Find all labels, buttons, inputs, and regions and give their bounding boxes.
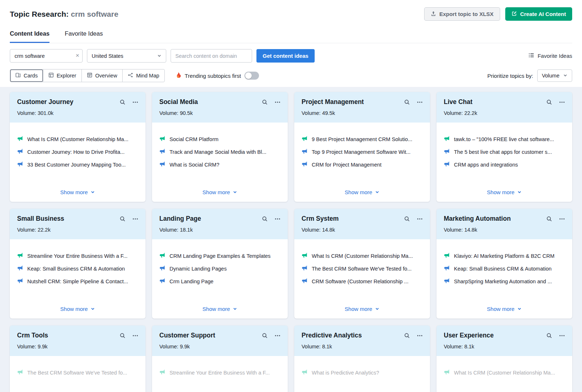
- idea-item[interactable]: CRM Software (Customer Relationship ...: [302, 278, 423, 285]
- idea-item[interactable]: SharpSpring Marketing Automation and ...: [444, 278, 565, 285]
- more-options-icon[interactable]: [417, 216, 423, 222]
- show-more-label: Show more: [487, 189, 515, 195]
- get-content-ideas-button[interactable]: Get content ideas: [256, 49, 315, 63]
- megaphone-icon: [17, 136, 23, 143]
- more-options-icon[interactable]: [132, 333, 138, 339]
- idea-item[interactable]: Streamline Your Entire Business With a F…: [17, 252, 138, 259]
- topic-card: Small Business Volume: 22.2k Streamline …: [10, 209, 146, 319]
- explorer-view-label: Explorer: [57, 73, 76, 79]
- favorite-ideas-link[interactable]: Favorite Ideas: [529, 52, 572, 59]
- idea-item[interactable]: 33 Best Customer Journey Mapping Too...: [17, 161, 138, 168]
- search-topic-icon[interactable]: [262, 99, 268, 105]
- topic-search-input[interactable]: [10, 49, 83, 63]
- chevron-down-icon: [375, 306, 379, 312]
- topic-card: Customer Support Volume: 9.9k Streamline…: [152, 325, 288, 392]
- view-mind-map[interactable]: Mind Map: [122, 69, 164, 82]
- show-more-link[interactable]: Show more: [444, 297, 565, 312]
- idea-item[interactable]: The 5 best live chat apps for customer s…: [444, 148, 565, 155]
- idea-item[interactable]: CRM apps and integrations: [444, 161, 565, 168]
- megaphone-icon: [302, 136, 307, 143]
- more-options-icon[interactable]: [132, 216, 138, 222]
- idea-item[interactable]: Streamline Your Entire Business With a F…: [159, 369, 280, 376]
- idea-item[interactable]: What Is CRM (Customer Relationship Ma...: [302, 252, 423, 259]
- clear-search-icon[interactable]: ×: [76, 52, 79, 59]
- search-topic-icon[interactable]: [546, 99, 552, 105]
- tab-content-ideas[interactable]: Content Ideas: [10, 30, 49, 43]
- search-topic-icon[interactable]: [120, 99, 125, 105]
- domain-search-input[interactable]: [171, 49, 252, 63]
- topic-volume: Volume: 8.1k: [444, 344, 565, 349]
- search-topic-icon[interactable]: [120, 333, 125, 339]
- search-topic-icon[interactable]: [262, 216, 268, 222]
- more-options-icon[interactable]: [559, 216, 565, 222]
- more-options-icon[interactable]: [417, 99, 423, 105]
- more-options-icon[interactable]: [132, 99, 138, 105]
- idea-item[interactable]: Social CRM Platform: [159, 136, 280, 143]
- idea-item[interactable]: Track and Manage Social Media with Bl...: [159, 148, 280, 155]
- idea-text: Top 9 Project Management Software Wit...: [312, 149, 411, 155]
- explorer-view-icon: [48, 72, 54, 79]
- idea-item[interactable]: Keap: Small Business CRM & Automation: [444, 265, 565, 272]
- search-topic-icon[interactable]: [120, 216, 125, 222]
- idea-list: Streamline Your Entire Business With a F…: [159, 369, 280, 376]
- idea-item[interactable]: CRM Landing Page Examples & Templates: [159, 252, 280, 259]
- show-more-link[interactable]: Show more: [444, 180, 565, 195]
- idea-item[interactable]: What is Social CRM?: [159, 161, 280, 168]
- more-options-icon[interactable]: [559, 333, 565, 339]
- more-options-icon[interactable]: [275, 216, 280, 222]
- idea-item[interactable]: The Best CRM Software We've Tested fo...: [302, 265, 423, 272]
- show-more-link[interactable]: Show more: [159, 180, 280, 195]
- topic-card-header: Project Management Volume: 49.5k: [294, 92, 430, 123]
- idea-item[interactable]: Dynamic Landing Pages: [159, 265, 280, 272]
- country-select[interactable]: United States: [87, 49, 166, 63]
- show-more-link[interactable]: Show more: [302, 180, 423, 195]
- more-options-icon[interactable]: [559, 99, 565, 105]
- show-more-link[interactable]: Show more: [302, 297, 423, 312]
- tab-favorite-ideas[interactable]: Favorite Ideas: [65, 30, 103, 43]
- show-more-link[interactable]: Show more: [17, 180, 138, 195]
- search-topic-icon[interactable]: [404, 333, 410, 339]
- view-cards[interactable]: Cards: [10, 69, 43, 82]
- chevron-down-icon: [517, 189, 522, 195]
- idea-item[interactable]: The Best CRM Software We've Tested fo...: [17, 369, 138, 376]
- idea-item[interactable]: Keap: Small Business CRM & Automation: [17, 265, 138, 272]
- more-options-icon[interactable]: [275, 99, 280, 105]
- topic-title: Crm Tools: [17, 332, 48, 339]
- idea-item[interactable]: 9 Best Project Management CRM Solutio...: [302, 136, 423, 143]
- more-options-icon[interactable]: [417, 333, 423, 339]
- toggle-knob: [245, 72, 252, 79]
- export-xlsx-button[interactable]: Export topic to XLSX: [424, 7, 500, 21]
- idea-item[interactable]: What Is CRM (Customer Relationship Ma...: [444, 369, 565, 376]
- idea-item[interactable]: Customer Journey: How to Drive Profita..…: [17, 148, 138, 155]
- idea-item[interactable]: Crm Landing Page: [159, 278, 280, 285]
- search-topic-icon[interactable]: [404, 216, 410, 222]
- view-overview[interactable]: Overview: [81, 69, 122, 82]
- search-topic-icon[interactable]: [262, 333, 268, 339]
- idea-item[interactable]: What is Predictive Analytics?: [302, 369, 423, 376]
- show-more-link[interactable]: Show more: [159, 297, 280, 312]
- create-ai-content-button[interactable]: Create AI Content: [505, 7, 572, 21]
- idea-item[interactable]: What Is CRM (Customer Relationship Ma...: [17, 136, 138, 143]
- topic-card-header: Predictive Analytics Volume: 8.1k: [294, 325, 430, 356]
- prioritize-select[interactable]: Volume: [537, 69, 572, 82]
- show-more-label: Show more: [345, 189, 372, 195]
- view-explorer[interactable]: Explorer: [43, 69, 81, 82]
- more-options-icon[interactable]: [275, 333, 280, 339]
- export-label: Export topic to XLSX: [439, 11, 494, 17]
- idea-item[interactable]: tawk.to – "100% FREE live chat software.…: [444, 136, 565, 143]
- idea-list: Social CRM PlatformTrack and Manage Soci…: [159, 136, 280, 168]
- search-topic-icon[interactable]: [546, 216, 552, 222]
- idea-item[interactable]: Klaviyo: AI Marketing Platform & B2C CRM: [444, 252, 565, 259]
- topic-card-body: The Best CRM Software We've Tested fo...: [10, 356, 146, 392]
- search-topic-icon[interactable]: [546, 333, 552, 339]
- idea-item[interactable]: CRM for Project Management: [302, 161, 423, 168]
- idea-item[interactable]: Top 9 Project Management Software Wit...: [302, 148, 423, 155]
- search-topic-icon[interactable]: [404, 99, 410, 105]
- idea-text: tawk.to – "100% FREE live chat software.…: [454, 136, 554, 142]
- idea-item[interactable]: Nutshell CRM: Simple Pipeline & Contact.…: [17, 278, 138, 285]
- prioritize-label: Prioritize topics by:: [487, 73, 533, 79]
- chevron-down-icon: [563, 73, 567, 79]
- trending-toggle[interactable]: [244, 72, 259, 80]
- megaphone-icon: [302, 148, 307, 155]
- show-more-link[interactable]: Show more: [17, 297, 138, 312]
